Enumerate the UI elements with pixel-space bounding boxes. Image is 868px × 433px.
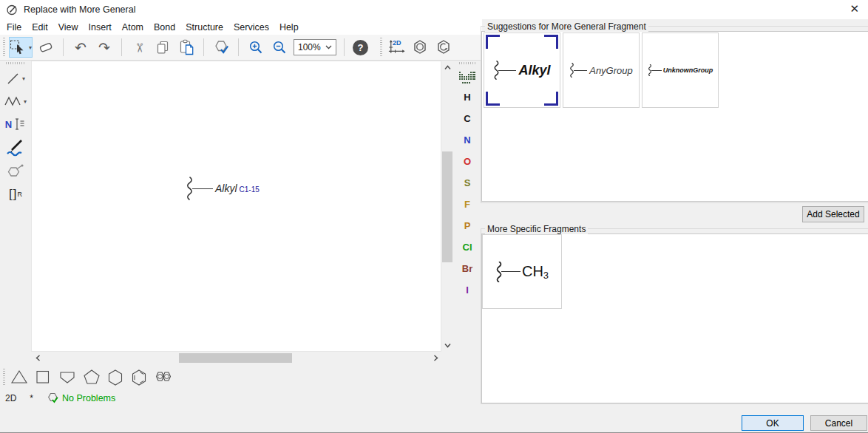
suggestion-card-unknowngroup[interactable]: UnknownGroup <box>642 33 719 108</box>
zoom-level-select[interactable]: 100% <box>294 39 336 55</box>
bond-line <box>651 70 662 71</box>
shape-cyclohexane-button[interactable] <box>106 368 125 386</box>
shape-benzene-button[interactable] <box>129 368 149 386</box>
shapes-grip[interactable] <box>3 369 5 385</box>
bond-line <box>574 70 587 71</box>
menu-file[interactable]: File <box>1 21 27 33</box>
aromatic-ring-button[interactable] <box>410 37 430 58</box>
shape-cyclobutane-button[interactable] <box>33 368 52 386</box>
atom-text-tool-button[interactable]: N <box>5 115 26 133</box>
bond-tool-button[interactable]: ▾ <box>6 69 25 87</box>
element-button-o[interactable]: O <box>453 151 481 172</box>
element-button-n[interactable]: N <box>453 129 481 151</box>
scroll-left-icon[interactable] <box>33 352 43 363</box>
cut-button[interactable]: ✂ <box>129 37 149 58</box>
horizontal-scroll-thumb[interactable] <box>179 353 292 363</box>
menu-view[interactable]: View <box>53 21 84 33</box>
tools-grip[interactable] <box>6 62 25 64</box>
structure-canvas[interactable]: Alkyl C1-15 <box>31 61 441 352</box>
card-label: AnyGroup <box>589 65 633 76</box>
zoom-out-icon <box>272 40 287 55</box>
shape-cyclopentane-down-button[interactable] <box>57 368 78 386</box>
menu-insert[interactable]: Insert <box>84 21 117 33</box>
menu-edit[interactable]: Edit <box>27 21 53 33</box>
selection-corner-icon <box>486 35 500 49</box>
status-bar: 2D * No Problems <box>0 391 115 406</box>
ring-perception-button[interactable] <box>433 37 454 58</box>
redo-icon: ↷ <box>98 41 110 55</box>
element-button-p[interactable]: P <box>453 215 481 236</box>
structure-check-status[interactable]: No Problems <box>47 392 115 404</box>
redo-button[interactable]: ↷ <box>94 37 115 58</box>
menu-services[interactable]: Services <box>228 21 274 33</box>
element-toolbar-grip[interactable] <box>459 62 475 64</box>
fragment-label: Alkyl <box>215 183 237 194</box>
add-selected-button[interactable]: Add Selected <box>802 206 864 222</box>
undo-button[interactable]: ↶ <box>70 37 91 58</box>
toolbar-grip[interactable] <box>3 38 5 57</box>
freehand-pen-tool-button[interactable] <box>6 138 25 157</box>
menu-atom[interactable]: Atom <box>117 21 149 33</box>
shape-cyclopentane-button[interactable] <box>82 368 101 386</box>
element-button-c[interactable]: C <box>453 108 481 129</box>
bond-tool-caret-icon: ▾ <box>22 75 25 82</box>
check-structure-button[interactable] <box>211 37 231 58</box>
paste-button[interactable] <box>176 37 197 58</box>
zoom-level-value: 100% <box>298 42 321 52</box>
chevron-down-icon <box>325 45 332 50</box>
bracket-tool-button[interactable]: [ ] R <box>9 185 22 203</box>
scroll-right-icon[interactable] <box>430 352 441 363</box>
element-button-cl[interactable]: Cl <box>453 236 481 258</box>
menu-structure[interactable]: Structure <box>180 21 228 33</box>
copy-button[interactable] <box>152 37 173 58</box>
cancel-button[interactable]: Cancel <box>810 415 867 431</box>
selection-corner-icon <box>544 35 558 49</box>
menu-bond[interactable]: Bond <box>149 21 180 33</box>
eraser-tool-button[interactable] <box>35 37 56 58</box>
canvas-fragment[interactable]: Alkyl C1-15 <box>186 177 260 200</box>
select-tool-button[interactable]: ▾ <box>9 37 33 58</box>
zoom-in-icon <box>248 40 263 55</box>
suggestion-card-alkyl[interactable]: Alkyl <box>484 33 560 108</box>
card-label-subscript: 3 <box>543 270 549 281</box>
toolbar-separator <box>203 38 204 56</box>
periodic-table-button[interactable] <box>459 69 475 86</box>
pen-squiggle-icon <box>6 138 25 157</box>
element-button-h[interactable]: H <box>453 86 481 108</box>
main-toolbar: ▾ ↶ ↷ ✂ <box>0 35 482 61</box>
bond-line <box>192 188 213 189</box>
ok-button[interactable]: OK <box>742 415 804 431</box>
chain-tool-button[interactable]: ▾ <box>4 92 27 110</box>
scroll-down-icon[interactable] <box>442 340 452 350</box>
shape-cyclopropane-button[interactable] <box>10 368 29 386</box>
single-bond-icon <box>6 71 21 86</box>
menu-help[interactable]: Help <box>274 21 304 33</box>
element-button-s[interactable]: S <box>453 172 481 194</box>
square-ring-icon <box>33 368 52 386</box>
canvas-horizontal-scrollbar[interactable] <box>31 352 441 364</box>
scroll-up-icon[interactable] <box>442 62 452 72</box>
close-icon[interactable]: ✕ <box>850 3 859 14</box>
card-label: Alkyl <box>518 63 550 78</box>
help-button[interactable]: ? <box>353 40 368 55</box>
zoom-in-button[interactable] <box>245 37 266 58</box>
toolbar-grip[interactable] <box>380 38 382 57</box>
zoom-out-button[interactable] <box>269 37 290 58</box>
suggestion-card-anygroup[interactable]: AnyGroup <box>563 33 640 108</box>
clean-2d-button[interactable]: 2D <box>386 38 407 56</box>
element-button-f[interactable]: F <box>453 194 481 215</box>
pentagon-icon <box>82 368 101 386</box>
chain-zigzag-icon <box>4 95 22 107</box>
element-button-i[interactable]: I <box>453 279 481 301</box>
canvas-vertical-scrollbar[interactable] <box>441 61 453 352</box>
card-label: CH <box>522 263 543 280</box>
vertical-scroll-thumb[interactable] <box>442 151 452 262</box>
element-button-br[interactable]: Br <box>453 258 481 279</box>
specific-card-ch3[interactable]: CH 3 <box>482 234 562 309</box>
marquee-select-icon <box>10 39 27 55</box>
shape-fused-rings-button[interactable] <box>153 369 174 384</box>
cut-icon: ✂ <box>132 42 147 52</box>
template-tool-button[interactable] <box>7 163 24 180</box>
unknowngroup-fragment: UnknownGroup <box>648 64 713 76</box>
suggestion-cards: Alkyl AnyGroup UnknownGroup <box>484 33 719 108</box>
